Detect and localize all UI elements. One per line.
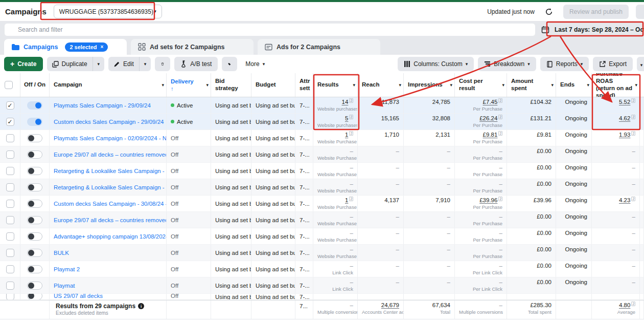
date-range-selector[interactable]: Last 7 days: Sep 28, 2024 – Oct 4, 2024 <box>555 26 644 33</box>
campaign-link[interactable]: Custom decks Sales Campaign - 30/08/24 -… <box>54 201 167 207</box>
column-header-delivery[interactable]: Delivery↑ ▾ <box>167 73 211 97</box>
column-header-roas[interactable]: Purchase ROAS (return on ad spend)▾ <box>592 73 640 97</box>
roas-cell-value[interactable]: 5.52 <box>619 99 630 105</box>
column-header-ends[interactable]: Ends▾ <box>556 73 592 97</box>
campaign-link[interactable]: Playmats Sales Campaign - 29/09/24 <box>54 102 151 109</box>
results-cell-value[interactable]: 14 <box>342 99 349 105</box>
row-toggle[interactable] <box>27 232 42 241</box>
breakdown-button[interactable]: Breakdown ▾ <box>478 57 536 71</box>
column-header-reach[interactable]: Reach▾ <box>358 73 404 97</box>
row-checkbox[interactable] <box>6 294 14 299</box>
column-header-results[interactable]: Results▾ <box>313 73 358 97</box>
row-checkbox[interactable] <box>6 232 14 241</box>
results-cell-value: – <box>350 263 353 269</box>
row-toggle[interactable] <box>27 216 42 224</box>
delete-button[interactable] <box>155 57 170 71</box>
column-header-cost-per-result[interactable]: Cost per result▾ <box>455 73 507 97</box>
campaign-link[interactable]: Europe 29/07 all decks – countries remov… <box>54 217 167 223</box>
column-header-amount-spent[interactable]: Amount spent▾ <box>507 73 556 97</box>
roas-cell-value[interactable]: 1.93 <box>619 132 630 138</box>
review-and-publish-button[interactable]: Review and publish <box>563 5 629 19</box>
amount-spent-cell-line: £0.00 <box>511 213 551 220</box>
row-checkbox[interactable] <box>6 200 14 208</box>
row-toggle[interactable] <box>27 167 42 175</box>
row-toggle[interactable] <box>27 282 42 290</box>
campaign-link[interactable]: Playmat <box>54 283 75 289</box>
edit-button[interactable]: Edit <box>108 57 139 71</box>
cost-per-result-cell-value[interactable]: £9.81 <box>483 132 498 138</box>
row-checkbox[interactable] <box>6 249 14 257</box>
row-checkbox[interactable] <box>6 134 14 142</box>
campaign-link[interactable]: US 29/07 all decks <box>54 294 103 299</box>
campaign-link[interactable]: BULK <box>54 250 69 256</box>
column-header-bid-strategy[interactable]: Bid strategy <box>211 73 251 97</box>
refresh-button[interactable] <box>542 5 556 19</box>
campaign-link[interactable]: Advantage+ shopping campaign 13/08/2024 … <box>54 233 167 240</box>
row-toggle[interactable] <box>27 200 42 208</box>
create-button[interactable]: + Create <box>4 57 43 71</box>
reach-cell-value: – <box>396 213 399 220</box>
tab-campaigns[interactable]: Campaigns 2 selected × <box>4 39 127 55</box>
campaign-link[interactable]: Retargeting & Lookalike Sales Campaign -… <box>54 168 167 174</box>
calendar-button[interactable] <box>540 24 551 35</box>
row-checkbox[interactable] <box>6 216 14 224</box>
campaign-link[interactable]: Custom decks Sales Campaign - 29/09/24 <box>54 119 164 125</box>
row-checkbox[interactable] <box>6 183 14 191</box>
column-header-attribution[interactable]: Attr sett <box>295 73 313 97</box>
reports-button[interactable]: Reports ▾ <box>540 57 589 71</box>
campaign-link[interactable]: Playmat 2 <box>54 266 80 272</box>
publish-options-button[interactable] <box>636 5 644 19</box>
row-checkbox[interactable] <box>6 150 14 159</box>
campaign-link[interactable]: Europe 29/07 all decks – countries remov… <box>54 152 167 158</box>
row-checkbox[interactable] <box>6 167 14 175</box>
roas-cell-value[interactable]: 4.23 <box>619 197 630 203</box>
ab-test-button[interactable]: A/B test <box>174 57 218 71</box>
row-checkbox[interactable]: ✓ <box>6 118 14 126</box>
duplicate-dropdown[interactable]: ▾ <box>93 57 105 71</box>
duplicate-button[interactable]: Duplicate <box>47 57 93 71</box>
tab-ad-sets[interactable]: Ad sets for 2 Campaigns <box>131 39 254 55</box>
info-icon[interactable]: i <box>138 303 144 309</box>
roas-cell-line: – <box>596 148 635 155</box>
select-all-checkbox[interactable] <box>5 81 13 89</box>
edit-dropdown[interactable]: ▾ <box>139 57 151 71</box>
row-checkbox[interactable]: ✓ <box>6 101 14 110</box>
row-toggle[interactable] <box>27 134 42 142</box>
row-toggle[interactable] <box>27 101 42 110</box>
column-header-campaign[interactable]: Campaign▾ <box>50 73 167 97</box>
ad-account-selector[interactable]: WRUGGAGE (537373854636935) ▾ <box>54 5 162 18</box>
campaign-link[interactable]: Playmats Sales Campaign - 02/09/2024 - N… <box>54 135 167 141</box>
row-toggle[interactable] <box>27 249 42 257</box>
row-toggle[interactable] <box>27 265 42 273</box>
row-checkbox[interactable] <box>6 282 14 290</box>
ends-header-label: Ends <box>560 81 574 89</box>
results-cell-value[interactable]: 5 <box>345 115 348 121</box>
row-toggle[interactable] <box>27 118 42 126</box>
campaign-link[interactable]: Retargeting & Lookalike Sales Campaign -… <box>54 184 167 190</box>
row-toggle[interactable] <box>27 183 42 191</box>
row-toggle[interactable] <box>27 294 42 299</box>
search-input[interactable] <box>4 23 536 36</box>
export-dropdown[interactable]: ▾ <box>637 57 644 71</box>
results-cell-value[interactable]: 1 <box>345 132 348 138</box>
export-button[interactable]: Export <box>593 57 633 71</box>
column-header-budget[interactable]: Budget <box>251 73 295 97</box>
tab-campaigns-label: Campaigns <box>24 44 58 51</box>
horizontal-scrollbar[interactable] <box>0 319 644 323</box>
more-button[interactable]: More ▾ <box>241 60 269 68</box>
cost-per-result-cell-value[interactable]: £39.96 <box>479 197 497 203</box>
cost-per-result-cell-value[interactable]: £26.24 <box>479 115 497 121</box>
cost-per-result-cell-value[interactable]: £7.45 <box>483 99 498 105</box>
row-toggle[interactable] <box>27 150 42 159</box>
clear-selection-icon[interactable]: × <box>101 44 104 50</box>
column-header-impressions[interactable]: Impressions▾ <box>404 73 455 97</box>
footer-roas-value[interactable]: 4.80 <box>619 302 630 308</box>
tag-button[interactable] <box>222 57 237 71</box>
row-checkbox[interactable] <box>6 265 14 273</box>
footer-reach-value[interactable]: 24,679 <box>381 302 399 308</box>
tab-ads[interactable]: Ads for 2 Campaigns <box>258 39 380 55</box>
roas-cell-value[interactable]: 4.62 <box>619 115 630 121</box>
attribution-cell: 7-... <box>295 196 313 211</box>
columns-button[interactable]: Columns: Custom ▾ <box>398 57 474 71</box>
results-cell-value[interactable]: 1 <box>345 197 348 203</box>
